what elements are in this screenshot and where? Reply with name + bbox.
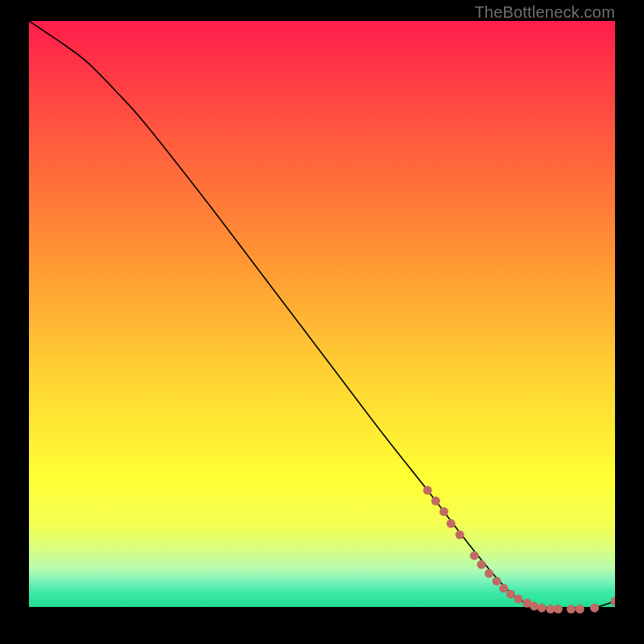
dotted-tail-group xyxy=(423,486,615,614)
tail-dot xyxy=(530,601,539,610)
plot-area xyxy=(29,21,615,615)
tail-dot xyxy=(499,584,508,592)
curve-layer xyxy=(29,21,615,615)
tail-dot xyxy=(431,497,440,506)
tail-dot xyxy=(590,604,599,613)
tail-dot xyxy=(456,530,464,539)
main-curve xyxy=(29,21,615,609)
tail-dot xyxy=(440,507,448,516)
tail-dot xyxy=(546,605,555,613)
tail-dot xyxy=(470,551,479,560)
tail-dot xyxy=(576,605,584,613)
tail-dot xyxy=(611,597,615,606)
chart-stage: TheBottleneck.com xyxy=(0,0,644,644)
tail-dot xyxy=(477,560,486,569)
tail-dot xyxy=(567,605,576,613)
tail-dot xyxy=(554,605,563,613)
tail-dot xyxy=(492,576,501,585)
watermark-text: TheBottleneck.com xyxy=(474,3,615,22)
tail-dot xyxy=(423,486,432,495)
tail-dot xyxy=(538,604,547,613)
tail-dot xyxy=(506,590,515,599)
tail-dot xyxy=(514,595,522,604)
tail-dot xyxy=(447,519,456,528)
tail-dot xyxy=(485,569,493,578)
